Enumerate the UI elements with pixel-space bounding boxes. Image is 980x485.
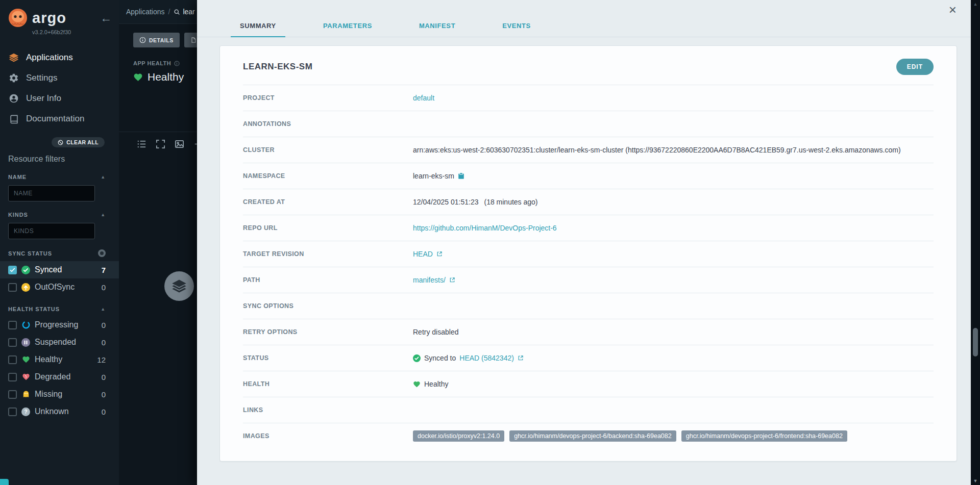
tab-parameters[interactable]: PARAMETERS [314, 15, 381, 37]
search-icon[interactable] [174, 9, 180, 15]
filter-label: OutOfSync [35, 283, 75, 292]
ban-icon [58, 140, 63, 145]
fit-view-icon[interactable] [155, 139, 166, 149]
checkbox-unchecked[interactable] [8, 338, 17, 347]
sidebar-item-applications[interactable]: Applications [0, 47, 119, 68]
sync-status-header[interactable]: SYNC STATUS [8, 249, 106, 257]
chat-widget[interactable] [0, 479, 9, 485]
checkbox-unchecked[interactable] [8, 390, 17, 399]
filter-unknown[interactable]: ? Unknown 0 [0, 403, 119, 420]
clear-all-button[interactable]: CLEAR ALL [52, 137, 105, 147]
status-revision-link[interactable]: HEAD (5842342) [459, 354, 514, 362]
checkbox-checked[interactable] [8, 266, 17, 274]
details-button[interactable]: DETAILS [133, 33, 180, 47]
version-label: v3.2.0+66b2f30 [32, 29, 119, 35]
chevron-up-icon: ▲ [101, 307, 106, 312]
sync-status-list: Synced 7 OutOfSync 0 [0, 261, 119, 296]
list-view-icon[interactable] [136, 139, 147, 149]
collapse-sidebar-icon[interactable]: ← [100, 12, 112, 24]
repo-url-link[interactable]: https://github.com/HimanM/DevOps-Project… [413, 224, 557, 232]
scroll-up-arrow[interactable]: ▲ [971, 2, 980, 7]
tab-events[interactable]: EVENTS [493, 15, 540, 37]
scroll-down-arrow[interactable]: ▼ [971, 478, 980, 483]
project-link[interactable]: default [413, 94, 434, 102]
chevron-up-icon: ▲ [101, 212, 106, 217]
kinds-filter-header[interactable]: KINDS ▲ [8, 212, 106, 218]
health-status-header[interactable]: HEALTH STATUS ▲ [8, 306, 106, 312]
checkbox-unchecked[interactable] [8, 283, 17, 292]
suspended-icon [21, 338, 30, 347]
graph-toolbar [136, 139, 204, 149]
name-filter-label: NAME [8, 174, 27, 180]
cluster-value: arn:aws:eks:us-west-2:603630702351:clust… [413, 146, 901, 154]
filter-healthy[interactable]: Healthy 12 [0, 351, 119, 368]
details-button-label: DETAILS [149, 37, 174, 43]
filter-count: 0 [102, 390, 106, 399]
checkbox-unchecked[interactable] [8, 407, 17, 416]
image-tag: ghcr.io/himanm/devops-project-6/backend:… [509, 430, 676, 442]
checkbox-unchecked[interactable] [8, 355, 17, 364]
file-diff-icon [190, 37, 197, 43]
applications-icon [8, 53, 19, 63]
checkbox-unchecked[interactable] [8, 373, 17, 381]
path-link[interactable]: manifests/ [413, 276, 446, 284]
healthy-heart-icon [21, 355, 30, 364]
tab-summary[interactable]: SUMMARY [231, 15, 285, 37]
sidebar-item-user-info[interactable]: User Info [0, 88, 119, 109]
close-icon[interactable]: × [949, 3, 957, 16]
app-health-value: Healthy [148, 71, 184, 83]
summary-row-health: HEALTH Healthy [243, 371, 934, 397]
row-label: HEALTH [243, 380, 413, 388]
status-prefix: Synced to [424, 354, 456, 362]
breadcrumb-app-name: lear [183, 8, 194, 16]
filter-outofsync[interactable]: OutOfSync 0 [0, 278, 119, 296]
summary-row-created-at: CREATED AT 12/04/2025 01:51:23 (18 minut… [243, 189, 934, 215]
breadcrumb-applications-link[interactable]: Applications [126, 8, 165, 16]
tab-manifest[interactable]: MANIFEST [410, 15, 464, 37]
row-label: PATH [243, 276, 413, 284]
filter-progressing[interactable]: Progressing 0 [0, 316, 119, 334]
scrollbar-thumb[interactable] [973, 328, 978, 356]
edit-button[interactable]: EDIT [896, 59, 934, 75]
external-link-icon[interactable] [449, 277, 455, 283]
resource-filters-title: Resource filters [8, 155, 119, 164]
health-value: Healthy [424, 380, 448, 388]
sidebar: argo ← v3.2.0+66b2f30 Applications Setti… [0, 0, 119, 485]
filter-count: 0 [102, 338, 106, 347]
row-label: RETRY OPTIONS [243, 328, 413, 336]
application-node[interactable] [164, 271, 194, 301]
snapshot-icon[interactable] [174, 139, 185, 149]
healthy-heart-icon [413, 380, 421, 388]
app-title: LEARN-EKS-SM [243, 62, 312, 72]
health-status-list: Progressing 0 Suspended 0 Healthy 12 Deg… [0, 316, 119, 420]
app-health-label: APP HEALTH [133, 60, 171, 66]
summary-row-repo-url: REPO URL https://github.com/HimanM/DevOp… [243, 215, 934, 241]
breadcrumb-separator: / [168, 8, 170, 16]
filter-count: 0 [102, 407, 106, 416]
checkbox-unchecked[interactable] [8, 321, 17, 329]
filter-label: Progressing [35, 320, 78, 329]
external-link-icon[interactable] [436, 251, 443, 257]
kinds-filter-input[interactable] [8, 223, 95, 239]
sidebar-item-documentation[interactable]: Documentation [0, 109, 119, 129]
sidebar-item-settings[interactable]: Settings [0, 68, 119, 88]
clear-all-label: CLEAR ALL [66, 139, 99, 145]
filter-suspended[interactable]: Suspended 0 [0, 334, 119, 351]
logo-row: argo ← [0, 0, 119, 28]
copy-icon[interactable] [458, 172, 464, 180]
target-revision-link[interactable]: HEAD [413, 250, 433, 258]
book-icon [8, 114, 19, 124]
filter-missing[interactable]: Missing 0 [0, 386, 119, 403]
argo-wordmark: argo [32, 10, 66, 27]
page-scrollbar[interactable]: ▲ ▼ [971, 0, 980, 485]
nav-label: User Info [26, 93, 61, 104]
filter-degraded[interactable]: Degraded 0 [0, 368, 119, 386]
external-link-icon[interactable] [518, 355, 524, 361]
row-label: TARGET REVISION [243, 250, 413, 258]
filter-count: 7 [102, 266, 106, 274]
filter-synced[interactable]: Synced 7 [0, 261, 119, 278]
name-filter-header[interactable]: NAME ▲ [8, 174, 106, 180]
created-at-value: 12/04/2025 01:51:23 [413, 198, 478, 206]
name-filter-input[interactable] [8, 185, 95, 201]
filter-count: 0 [102, 321, 106, 329]
